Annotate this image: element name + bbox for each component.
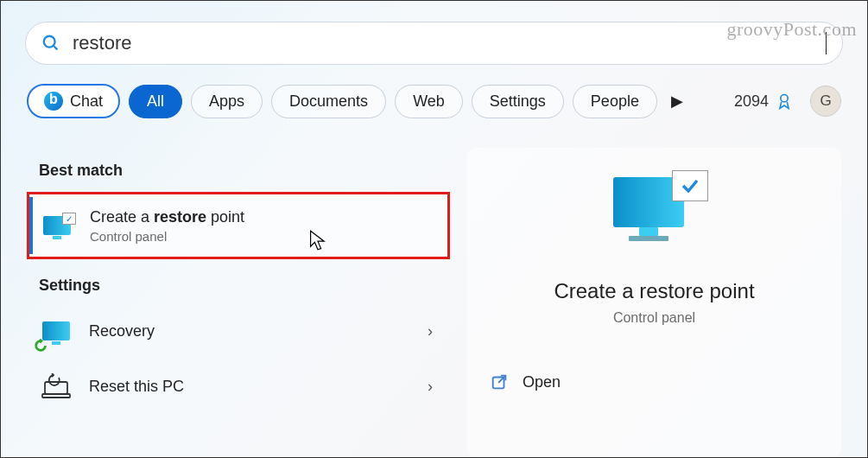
filter-people[interactable]: People	[573, 85, 657, 118]
settings-header: Settings	[27, 263, 450, 303]
points-value: 2094	[734, 92, 769, 111]
result-title: Recovery	[89, 321, 412, 341]
filter-documents[interactable]: Documents	[271, 85, 386, 118]
rewards-icon	[776, 92, 793, 110]
filter-all[interactable]: All	[129, 85, 182, 118]
reset-pc-icon	[39, 369, 73, 404]
filter-web[interactable]: Web	[395, 85, 463, 118]
open-action[interactable]: Open	[483, 360, 826, 404]
detail-monitor-icon	[613, 177, 696, 248]
result-reset-pc[interactable]: Reset this PC ›	[27, 359, 450, 414]
chevron-right-icon: ›	[428, 378, 438, 396]
highlighted-result: ✓ Create a restore point Control panel	[27, 192, 450, 259]
svg-rect-3	[45, 382, 67, 394]
bing-icon	[44, 92, 63, 111]
chat-label: Chat	[70, 92, 103, 111]
result-create-restore-point[interactable]: ✓ Create a restore point Control panel	[29, 197, 447, 254]
result-recovery[interactable]: Recovery ›	[27, 303, 450, 359]
filter-row: Chat All Apps Documents Web Settings Peo…	[27, 84, 841, 118]
more-filters-arrow-icon[interactable]: ▶	[666, 88, 688, 114]
open-label: Open	[523, 373, 561, 391]
watermark-text: groovyPost.com	[726, 18, 857, 41]
results-column: Best match ✓ Create a restore point Cont…	[27, 148, 450, 457]
avatar[interactable]: G	[810, 86, 841, 117]
result-title: Create a restore point	[90, 207, 435, 227]
best-match-header: Best match	[27, 148, 450, 188]
monitor-restore-icon: ✓	[40, 208, 74, 243]
filter-settings[interactable]: Settings	[472, 85, 564, 118]
chat-button[interactable]: Chat	[27, 84, 120, 118]
rewards-points[interactable]: 2094	[734, 92, 793, 111]
svg-rect-4	[42, 394, 70, 398]
search-icon	[41, 34, 60, 53]
chevron-right-icon: ›	[428, 322, 438, 340]
detail-subtitle: Control panel	[613, 310, 695, 326]
detail-panel: Create a restore point Control panel Ope…	[467, 148, 841, 457]
result-subtitle: Control panel	[90, 229, 435, 244]
result-title: Reset this PC	[89, 377, 412, 397]
recovery-icon	[39, 314, 73, 348]
filter-apps[interactable]: Apps	[191, 85, 263, 118]
search-bar[interactable]: restore	[25, 22, 843, 65]
search-input[interactable]: restore	[73, 32, 820, 54]
svg-point-2	[781, 95, 788, 102]
svg-line-1	[54, 46, 58, 50]
detail-title: Create a restore point	[554, 279, 754, 303]
open-icon	[490, 372, 509, 391]
svg-point-0	[44, 36, 55, 48]
